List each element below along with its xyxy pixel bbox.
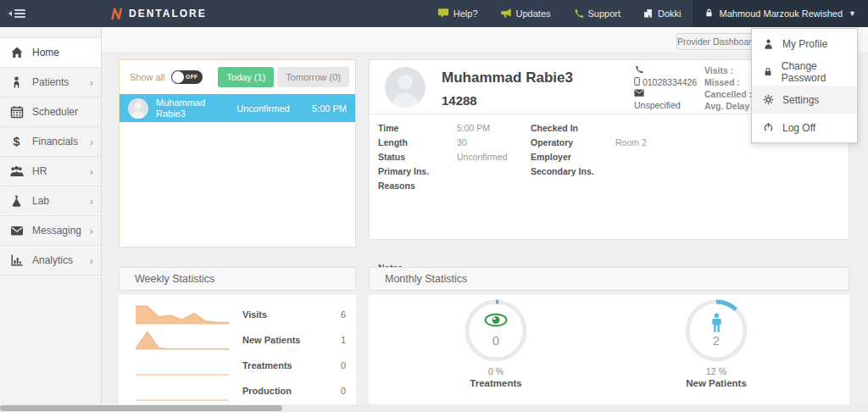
nav-link-label: Dokki (658, 8, 682, 19)
show-all-label: Show all (130, 72, 165, 82)
sidebar-item-home[interactable]: Home (0, 38, 101, 68)
svg-text:$: $ (14, 135, 20, 148)
weekly-statistics-panel: Visits 6 New Patients 1 Treatments 0 Pro… (119, 295, 356, 412)
patient-name: Muhammad Rabie3 (442, 70, 573, 86)
appointment-status: Unconfirmed (222, 103, 304, 114)
field-employer: Employer (531, 149, 760, 164)
chevron-down-icon: ▼ (849, 9, 856, 18)
stat-missed-label: Missed : (704, 76, 755, 88)
nav-clinic-link[interactable]: Dokki (632, 0, 693, 27)
nav-link-label: Updates (516, 8, 551, 19)
patient-visit-stats: Visits : Missed : Cancelled : Avg. Delay… (704, 64, 755, 112)
gauge-ring (464, 298, 528, 363)
stat-avg-delay-label: Avg. Delay : (704, 100, 755, 112)
field-checked-in: Checked In (531, 120, 760, 135)
provider-dashboard-button[interactable]: Provider Dashboard (676, 33, 756, 50)
chevron-right-icon: › (90, 225, 93, 237)
calendar-icon (9, 105, 24, 120)
chevron-right-icon: › (90, 195, 93, 208)
gauge-new-patients: 2 12 % New Patients (657, 298, 776, 388)
gear-icon (763, 93, 775, 106)
chevron-right-icon: › (90, 254, 93, 267)
gauge-treatments: 0 0 % Treatments (437, 298, 555, 388)
collapse-arrow-icon (8, 11, 12, 16)
patient-mobile: 01028334426 (643, 77, 697, 87)
show-all-toggle[interactable]: OFF (171, 70, 203, 84)
weekly-row-label: Production (242, 386, 292, 396)
menu-item-change-password[interactable]: Change Password (752, 58, 857, 86)
tab-tomorrow[interactable]: Tomorrow (0) (277, 67, 349, 87)
field-reasons: Reasons (378, 178, 607, 192)
weekly-row-value: 0 (341, 386, 346, 396)
patient-avatar (385, 67, 426, 108)
sparkline-chart (136, 354, 229, 376)
megaphone-icon (500, 8, 512, 20)
sidebar-item-label: Analytics (32, 254, 73, 266)
field-operatory: OperatoryRoom 2 (531, 135, 760, 149)
weekly-row-new-patients: New Patients 1 (119, 327, 356, 353)
hamburger-icon (14, 9, 25, 18)
menu-item-log-off[interactable]: Log Off (752, 114, 857, 142)
toggle-state-label: OFF (186, 74, 198, 80)
weekly-row-value: 1 (341, 335, 346, 345)
tab-today[interactable]: Today (1) (218, 67, 274, 87)
sidebar-item-label: Messaging (32, 225, 81, 237)
weekly-row-label: Visits (242, 309, 267, 320)
monthly-statistics-header: Monthly Statistics (369, 267, 849, 291)
weekly-row-treatments: Treatments 0 (119, 353, 356, 378)
menu-item-label: Change Password (782, 60, 857, 84)
person-icon (657, 313, 776, 333)
patient-id: 14288 (442, 93, 477, 108)
bar-chart-icon (9, 253, 24, 268)
nav-link-label: Support (588, 8, 621, 19)
menu-item-label: My Profile (782, 38, 827, 50)
sidebar-item-financials[interactable]: $ Financials › (0, 127, 101, 157)
user-icon (763, 37, 775, 50)
nav-help-link[interactable]: Help? (426, 0, 489, 27)
nav-support-link[interactable]: Support (562, 0, 632, 27)
chevron-right-icon: › (90, 76, 93, 89)
sidebar-item-messaging[interactable]: Messaging › (0, 216, 101, 246)
sidebar-item-analytics[interactable]: Analytics › (0, 246, 101, 276)
stat-visits-label: Visits : (704, 64, 755, 76)
scrollbar-thumb[interactable] (0, 405, 282, 411)
weekly-row-value: 0 (341, 360, 346, 370)
sidebar-item-hr[interactable]: HR › (0, 157, 101, 187)
appointments-panel: Show all OFF Today (1) Tomorrow (0) Muha… (119, 59, 356, 248)
phone-receiver-icon (634, 64, 697, 77)
power-icon (763, 121, 775, 134)
toggle-knob (172, 71, 184, 83)
sidebar: Home Patients › Scheduler $ Financials ›… (0, 27, 102, 412)
user-name: Mahmoud Marzouk Rewished (720, 8, 843, 19)
gauge-count: 2 (657, 333, 776, 348)
sidebar-item-lab[interactable]: Lab › (0, 187, 101, 216)
eye-icon (437, 313, 555, 327)
sidebar-item-scheduler[interactable]: Scheduler (0, 97, 101, 127)
appointment-row[interactable]: Muhammad Rabie3 Unconfirmed 5:00 PM (120, 94, 355, 122)
dollar-icon: $ (9, 135, 24, 149)
sidebar-item-label: HR (32, 165, 47, 177)
home-icon (9, 46, 24, 60)
gauge-label: Treatments (437, 378, 555, 388)
gauge-percent: 0 % (437, 366, 555, 376)
sparkline-chart (136, 303, 229, 326)
appointment-patient-name: Muhammad Rabie3 (156, 97, 222, 119)
app-logo: DENTALORE (110, 7, 207, 20)
sidebar-item-label: Patients (32, 76, 69, 88)
avatar (128, 98, 148, 119)
gauge-percent: 12 % (657, 366, 776, 376)
sidebar-item-patients[interactable]: Patients › (0, 68, 101, 97)
user-menu-trigger[interactable]: Mahmoud Marzouk Rewished ▼ (693, 0, 868, 27)
menu-item-my-profile[interactable]: My Profile (752, 30, 857, 58)
building-icon (643, 8, 654, 20)
nav-link-label: Help? (453, 8, 478, 19)
sidebar-item-label: Lab (32, 195, 49, 207)
menu-item-settings[interactable]: Settings (752, 86, 857, 114)
weekly-row-production: Production 0 (119, 378, 356, 404)
sidebar-item-label: Scheduler (32, 106, 78, 118)
nav-updates-link[interactable]: Updates (489, 0, 562, 27)
sidebar-collapse-button[interactable] (8, 9, 25, 18)
patient-email: Unspecified (634, 100, 697, 112)
gauge-label: New Patients (657, 378, 776, 388)
envelope-icon (9, 224, 24, 238)
